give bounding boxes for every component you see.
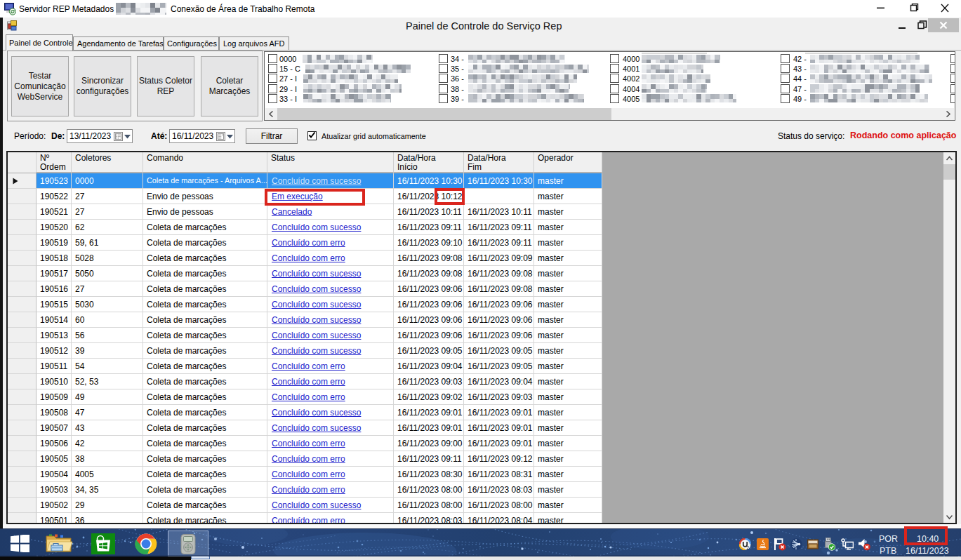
svg-text:2: 2	[747, 545, 750, 550]
